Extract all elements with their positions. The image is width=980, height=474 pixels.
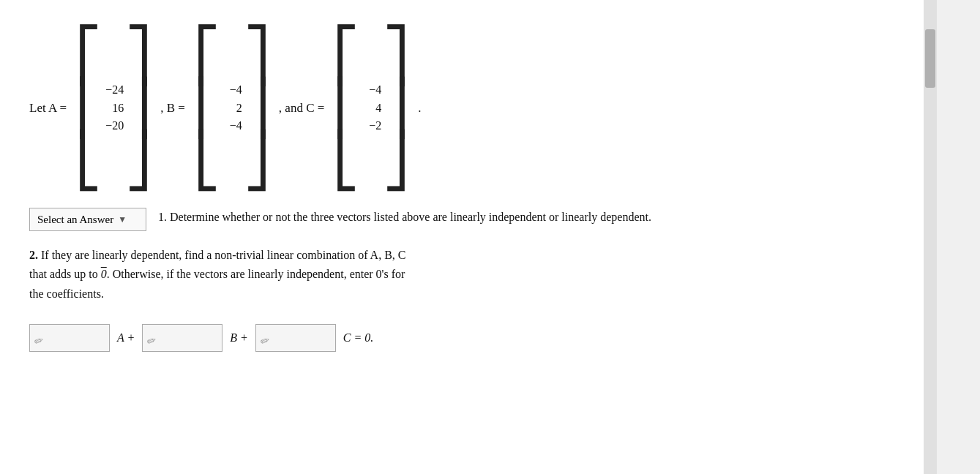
matrix-c-label: , and C =: [279, 101, 324, 116]
pencil-c-icon: ✏: [258, 333, 272, 348]
matrix-a-val-2: 16: [103, 100, 124, 116]
matrix-a: ⎡⎢⎣ −24 16 −20 ⎤⎥⎦: [74, 29, 153, 187]
question-1-number: 1.: [158, 211, 167, 223]
matrix-b-values: −4 2 −4: [222, 79, 242, 137]
question-1-text: 1. Determine whether or not the three ve…: [158, 208, 908, 231]
question-2-line3: the coefficients.: [29, 287, 104, 300]
matrices-row: Let A = ⎡⎢⎣ −24 16 −20 ⎤⎥⎦ , B = ⎡⎢⎣ −4 …: [29, 29, 908, 187]
coeff-a-label: A +: [117, 331, 135, 345]
coeff-b-input-box: ✏: [142, 324, 222, 352]
page-container: Let A = ⎡⎢⎣ −24 16 −20 ⎤⎥⎦ , B = ⎡⎢⎣ −4 …: [0, 0, 937, 474]
matrix-a-val-3: −20: [103, 118, 124, 134]
pencil-b-icon: ✏: [146, 333, 159, 348]
matrix-b: ⎡⎢⎣ −4 2 −4 ⎤⎥⎦: [192, 29, 272, 187]
bracket-right-c: ⎤⎥⎦: [383, 29, 409, 187]
dropdown-arrow-icon: ▼: [118, 214, 127, 225]
matrix-c-val-1: −4: [361, 82, 381, 98]
bracket-right-a: ⎤⎥⎦: [125, 29, 152, 187]
matrix-a-label: Let A =: [29, 101, 67, 116]
question-1-body: Determine whether or not the three vecto…: [170, 211, 651, 223]
coeff-c-input[interactable]: [285, 332, 329, 345]
coeff-c-input-box: ✏: [255, 324, 336, 352]
matrix-b-label: , B =: [160, 101, 185, 116]
bracket-left-b: ⎡⎢⎣: [194, 29, 220, 187]
coeff-b-input[interactable]: [172, 332, 216, 345]
select-answer-label: Select an Answer: [37, 214, 113, 226]
coeff-a-input[interactable]: [59, 332, 103, 345]
question-2-block: 2. If they are linearly dependent, find …: [29, 246, 908, 304]
matrix-c-values: −4 4 −2: [361, 79, 381, 137]
scrollbar-thumb[interactable]: [925, 29, 935, 88]
matrix-b-val-3: −4: [222, 118, 242, 134]
matrix-b-val-2: 2: [222, 100, 242, 116]
scrollbar[interactable]: [924, 0, 937, 474]
matrix-c-val-2: 4: [361, 100, 381, 116]
bracket-left-a: ⎡⎢⎣: [75, 29, 102, 187]
matrix-c-val-3: −2: [361, 118, 381, 134]
matrix-a-val-1: −24: [103, 82, 124, 98]
pencil-a-icon: ✏: [32, 333, 45, 348]
question-2-number: 2.: [29, 249, 38, 261]
coeff-a-input-box: ✏: [29, 324, 110, 352]
question-2-line1: If they are linearly dependent, find a n…: [41, 249, 406, 261]
bracket-right-b: ⎤⎥⎦: [244, 29, 270, 187]
coefficients-row: ✏ A + ✏ B + ✏ C = 0.: [29, 324, 908, 352]
question-2-line2: that adds up to 0. Otherwise, if the vec…: [29, 268, 405, 280]
matrix-c: ⎡⎢⎣ −4 4 −2 ⎤⎥⎦: [332, 29, 411, 187]
matrix-b-val-1: −4: [222, 82, 242, 98]
coeff-b-label: B +: [230, 331, 248, 345]
coeff-c-label: C = 0.: [343, 331, 373, 345]
matrix-a-values: −24 16 −20: [103, 79, 124, 137]
question-1-row: Select an Answer ▼ 1. Determine whether …: [29, 208, 908, 231]
select-answer-dropdown[interactable]: Select an Answer ▼: [29, 208, 146, 231]
matrix-c-dot: .: [418, 101, 421, 116]
bracket-left-c: ⎡⎢⎣: [333, 29, 359, 187]
